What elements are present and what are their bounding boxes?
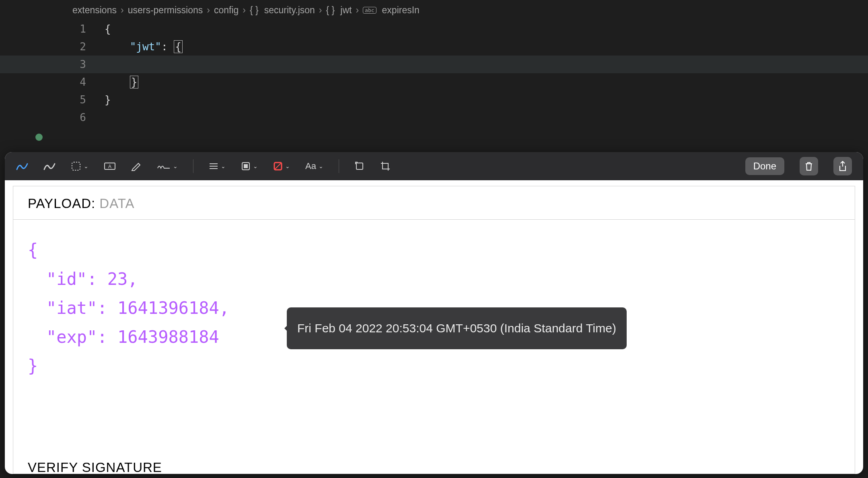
- markup-toolbar: ⌄ A ⌄ ⌄ ⌄ ⌄ Aa ⌄ Done: [5, 152, 863, 180]
- modified-indicator-icon: [35, 134, 43, 141]
- toolbar-separator: [339, 159, 339, 173]
- svg-line-9: [275, 163, 281, 169]
- breadcrumb-item[interactable]: jwt: [340, 5, 352, 16]
- verify-signature-label: VERIFY SIGNATURE: [28, 460, 162, 474]
- chevron-down-icon: ⌄: [253, 163, 258, 169]
- payload-header: PAYLOAD: DATA: [13, 186, 855, 220]
- breadcrumb-item[interactable]: users-permissions: [128, 5, 203, 16]
- breadcrumb-item[interactable]: config: [214, 5, 239, 16]
- share-button[interactable]: [833, 157, 852, 175]
- crop-icon[interactable]: [380, 161, 391, 171]
- rotate-icon[interactable]: [354, 161, 365, 171]
- chevron-right-icon: ›: [243, 5, 246, 16]
- code-token: }: [105, 94, 111, 106]
- current-line-highlight: [0, 56, 868, 73]
- chevron-right-icon: ›: [356, 5, 359, 16]
- payload-panel: PAYLOAD: DATA { "id": 23, "iat": 1641396…: [13, 186, 855, 474]
- line-number: 4: [0, 73, 86, 91]
- code-editor[interactable]: 1 2 3 4 5 6 { "jwt": { "expiresIn": "1d"…: [0, 20, 868, 126]
- select-tool-icon[interactable]: ⌄: [71, 161, 88, 171]
- svg-rect-7: [244, 164, 248, 168]
- line-number: 2: [0, 38, 86, 56]
- json-line: "id": 23,: [28, 265, 840, 294]
- chevron-down-icon: ⌄: [285, 163, 290, 169]
- payload-section-sublabel: DATA: [95, 196, 134, 211]
- stroke-color-icon[interactable]: ⌄: [273, 161, 290, 171]
- highlight-icon[interactable]: [131, 161, 142, 171]
- code-token: {: [174, 40, 183, 53]
- chevron-down-icon: ⌄: [319, 163, 323, 169]
- marker-icon[interactable]: [43, 161, 56, 171]
- line-number: 6: [0, 109, 86, 126]
- code-token: "jwt": [130, 41, 161, 53]
- list-icon[interactable]: ⌄: [209, 162, 226, 170]
- line-number-gutter: 1 2 3 4 5 6: [0, 20, 97, 126]
- chevron-down-icon: ⌄: [84, 163, 88, 169]
- chevron-down-icon: ⌄: [173, 163, 178, 169]
- chevron-right-icon: ›: [121, 5, 124, 16]
- json-braces-icon: { }: [250, 5, 259, 16]
- line-number: 5: [0, 91, 86, 109]
- json-braces-icon: { }: [326, 5, 335, 16]
- chevron-right-icon: ›: [207, 5, 210, 16]
- svg-rect-10: [356, 163, 363, 169]
- done-button[interactable]: Done: [745, 157, 784, 175]
- pen-icon[interactable]: [16, 161, 28, 171]
- code-token: }: [130, 76, 139, 89]
- line-number: 3: [0, 56, 86, 73]
- line-number: 1: [0, 20, 86, 38]
- breadcrumb[interactable]: extensions › users-permissions › config …: [0, 0, 868, 20]
- trash-button[interactable]: [800, 157, 818, 175]
- payload-section-label: PAYLOAD:: [28, 196, 95, 211]
- payload-json: { "id": 23, "iat": 1641396184, "exp": 16…: [13, 220, 855, 397]
- json-line: {: [28, 236, 840, 265]
- code-token: {: [105, 23, 111, 35]
- markup-preview-window: ⌄ A ⌄ ⌄ ⌄ ⌄ Aa ⌄ Done PAYLOAD: DATA {: [5, 152, 863, 474]
- editor-pane: extensions › users-permissions › config …: [0, 0, 868, 151]
- text-style-icon[interactable]: Aa ⌄: [305, 161, 323, 171]
- breadcrumb-item[interactable]: expiresIn: [382, 5, 420, 16]
- chevron-right-icon: ›: [319, 5, 322, 16]
- toolbar-separator: [193, 159, 193, 173]
- shape-fill-icon[interactable]: ⌄: [241, 161, 258, 171]
- breadcrumb-item[interactable]: extensions: [72, 5, 117, 16]
- breadcrumb-item[interactable]: security.json: [264, 5, 315, 16]
- svg-rect-0: [72, 162, 80, 170]
- text-box-icon[interactable]: A: [104, 161, 116, 171]
- string-abc-icon: abc: [363, 7, 376, 14]
- signature-icon[interactable]: ⌄: [157, 162, 178, 171]
- code-token: :: [161, 41, 168, 53]
- chevron-down-icon: ⌄: [221, 163, 226, 169]
- svg-text:A: A: [108, 164, 111, 169]
- timestamp-tooltip: Fri Feb 04 2022 20:53:04 GMT+0530 (India…: [287, 307, 627, 349]
- json-line: }: [28, 352, 840, 381]
- code-content[interactable]: { "jwt": { "expiresIn": "1d", } }: [105, 20, 868, 126]
